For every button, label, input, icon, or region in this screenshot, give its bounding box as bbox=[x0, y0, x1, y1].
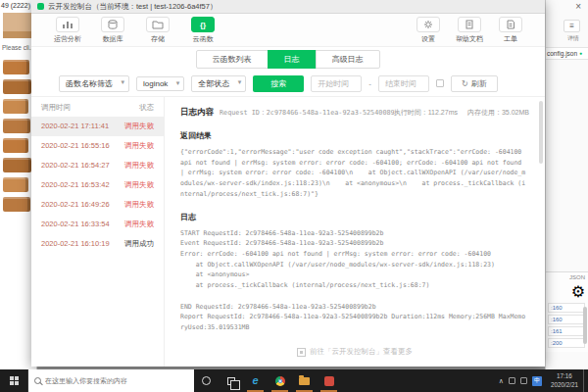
invocation-status: 调用失败 bbox=[124, 180, 154, 190]
show-desktop-button[interactable] bbox=[583, 369, 588, 392]
footer-text[interactable]: 前往「云开发控制台」查看更多 bbox=[310, 347, 413, 357]
taskbar-app-icons: e bbox=[194, 369, 341, 392]
function-filter-select[interactable]: 函数名称筛选 ▾ bbox=[59, 75, 129, 92]
log-link[interactable]: :160 bbox=[548, 303, 585, 313]
editor-bottom-panel: JSON ⚙ :160 :160 :161 :200 bbox=[546, 271, 588, 352]
log-stats: 执行时间：112.27ms 内存使用：35.02MB bbox=[394, 108, 529, 118]
search-input[interactable] bbox=[45, 377, 188, 384]
console-body: 调用时间 状态 2020-02-21 17:11:41 调用失败 2020-02… bbox=[31, 96, 545, 367]
app-thumbnail bbox=[3, 13, 34, 38]
invocation-time: 2020-02-21 16:54:27 bbox=[41, 161, 110, 171]
edge-button[interactable]: e bbox=[243, 369, 268, 392]
edge-icon: e bbox=[252, 375, 258, 386]
scrollbar-thumb[interactable] bbox=[583, 307, 587, 344]
end-time-input[interactable]: 结束时间 bbox=[378, 75, 429, 92]
hidden-icons-chevron[interactable]: ∧ bbox=[499, 377, 504, 385]
invocation-row[interactable]: 2020-02-21 16:53:42 调用失败 bbox=[31, 175, 164, 195]
panel-label: JSON bbox=[548, 274, 585, 280]
menu-label: 详情 bbox=[567, 34, 579, 43]
folder-icon bbox=[146, 17, 170, 32]
log-title-group: 日志内容 Request ID：2c978466-548a-11ea-92a3-… bbox=[180, 107, 394, 119]
log-body: START RequestId: 2c978466-548a-11ea-92a3… bbox=[180, 228, 529, 333]
invocation-row[interactable]: 2020-02-21 16:10:19 调用成功 bbox=[31, 234, 164, 254]
chevron-down-icon: ▾ bbox=[176, 79, 180, 87]
search-icon bbox=[34, 377, 41, 384]
ime-indicator[interactable]: 中 bbox=[532, 376, 542, 386]
scrollbar-thumb[interactable] bbox=[539, 101, 543, 164]
log-detail-panel: 日志内容 Request ID：2c978466-548a-11ea-92a3-… bbox=[165, 97, 545, 367]
log-section-title: 日志 bbox=[180, 212, 529, 222]
memory-used: 内存使用：35.02MB bbox=[467, 108, 529, 118]
book-icon bbox=[3, 79, 31, 94]
clock-time: 17:16 bbox=[551, 372, 578, 381]
toolbar-item-analytics[interactable]: 运营分析 bbox=[45, 17, 90, 44]
log-link[interactable]: :160 bbox=[548, 315, 585, 324]
invocation-status: 调用失败 bbox=[124, 122, 154, 131]
log-tabs: 云函数列表 日志 高级日志 bbox=[31, 47, 545, 71]
toolbar-item-database[interactable]: 数据库 bbox=[90, 17, 135, 44]
function-name-select[interactable]: loginok ▾ bbox=[136, 76, 184, 91]
tab-logs[interactable]: 日志 bbox=[268, 50, 317, 69]
calendar-checkbox[interactable] bbox=[436, 79, 444, 87]
book-icon bbox=[3, 99, 28, 114]
gear-icon[interactable]: ⚙ bbox=[548, 282, 585, 301]
invocation-row[interactable]: 2020-02-21 16:49:26 调用失败 bbox=[31, 195, 164, 215]
cortana-button[interactable] bbox=[194, 369, 219, 392]
refresh-icon: ↻ bbox=[462, 79, 468, 88]
invocation-row[interactable]: 2020-02-21 16:55:16 调用失败 bbox=[31, 136, 164, 156]
toolbar-item-settings[interactable]: 设置 bbox=[408, 17, 449, 44]
invocation-row[interactable]: 2020-02-21 16:33:54 调用失败 bbox=[31, 215, 164, 234]
date-range-separator: - bbox=[368, 79, 371, 88]
editor-tab-config-json[interactable]: config.json ● bbox=[546, 47, 588, 60]
start-time-input[interactable]: 开始时间 bbox=[311, 75, 362, 92]
book-icon bbox=[3, 138, 28, 153]
close-icon[interactable]: × bbox=[575, 2, 581, 12]
hamburger-menu-icon[interactable]: ≡ bbox=[564, 20, 580, 32]
taskbar-search[interactable] bbox=[27, 369, 194, 392]
log-link[interactable]: :161 bbox=[548, 326, 585, 336]
taskbar-clock[interactable]: 17:16 2020/2/21 bbox=[546, 369, 583, 392]
toolbar-item-label: 运营分析 bbox=[54, 34, 81, 44]
chevron-down-icon: ▾ bbox=[238, 78, 242, 86]
result-body: {"errorCode":1,"errorMessage":"user code… bbox=[180, 147, 529, 200]
app-button[interactable] bbox=[317, 369, 341, 392]
document-icon bbox=[458, 17, 481, 32]
select-value: 函数名称筛选 bbox=[66, 79, 113, 88]
toolbar-item-label: 云函数 bbox=[193, 34, 214, 44]
analytics-icon bbox=[56, 17, 79, 32]
invocation-time: 2020-02-21 16:53:42 bbox=[41, 180, 110, 190]
invocation-list: 调用时间 状态 2020-02-21 17:11:41 调用失败 2020-02… bbox=[31, 97, 165, 367]
file-explorer-button[interactable] bbox=[292, 369, 317, 392]
refresh-label: 刷新 bbox=[471, 78, 487, 89]
qr-code-icon bbox=[297, 348, 306, 357]
book-icon bbox=[3, 177, 28, 192]
invocation-row[interactable]: 2020-02-21 17:11:41 调用失败 bbox=[31, 117, 164, 136]
chevron-down-icon: ▾ bbox=[121, 78, 124, 86]
search-button[interactable]: 搜索 bbox=[253, 75, 304, 92]
tab-function-list[interactable]: 云函数列表 bbox=[196, 50, 269, 69]
invocation-time: 2020-02-21 16:33:54 bbox=[41, 220, 110, 229]
chrome-button[interactable] bbox=[268, 369, 292, 392]
taskbar-spacer bbox=[341, 369, 495, 392]
book-icon bbox=[3, 197, 30, 212]
log-detail-title: 日志内容 bbox=[180, 107, 214, 119]
toolbar-item-ticket[interactable]: 工单 bbox=[490, 17, 531, 44]
cloud-function-icon: {} bbox=[191, 17, 215, 32]
toolbar-item-storage[interactable]: 存储 bbox=[135, 17, 180, 44]
start-button[interactable] bbox=[0, 369, 27, 392]
volume-icon[interactable] bbox=[520, 377, 527, 384]
status-filter-select[interactable]: 全部状态 ▾ bbox=[191, 75, 246, 92]
toolbar-item-docs[interactable]: 帮助文档 bbox=[449, 17, 490, 44]
log-link[interactable]: :200 bbox=[548, 338, 585, 348]
window-titlebar[interactable]: 云开发控制台（当前环境：test | test-1206-6a4f57） bbox=[31, 0, 545, 14]
tab-advanced-logs[interactable]: 高级日志 bbox=[316, 50, 380, 69]
invocation-time: 2020-02-21 16:49:26 bbox=[41, 200, 110, 210]
invocation-row[interactable]: 2020-02-21 16:54:27 调用失败 bbox=[31, 156, 164, 175]
network-icon[interactable] bbox=[509, 377, 515, 384]
ticket-icon bbox=[499, 17, 522, 32]
invocation-status: 调用失败 bbox=[124, 220, 154, 229]
invocation-status: 调用失败 bbox=[124, 200, 154, 210]
toolbar-item-cloud-functions[interactable]: {} 云函数 bbox=[180, 17, 225, 44]
refresh-button[interactable]: ↻ 刷新 bbox=[451, 75, 498, 92]
task-view-button[interactable] bbox=[219, 369, 243, 392]
